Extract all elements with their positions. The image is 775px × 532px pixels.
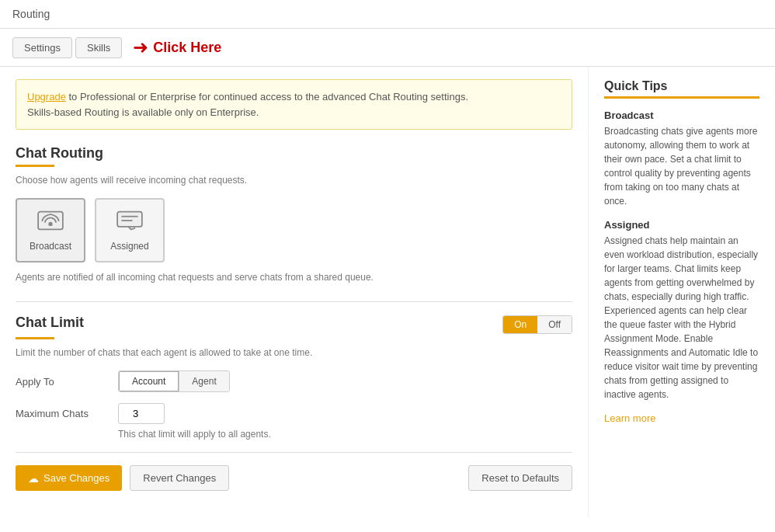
assigned-label: Assigned [110, 241, 148, 252]
page-title: Routing [12, 8, 50, 20]
tip-assigned-heading: Assigned [604, 219, 759, 231]
upgrade-line2: Skills-based Routing is available only o… [27, 106, 259, 118]
right-panel: Quick Tips Broadcast Broadcasting chats … [589, 67, 775, 517]
chat-limit-note: This chat limit will apply to all agents… [118, 429, 572, 440]
tab-bar: Settings Skills ➜ Click Here [0, 29, 775, 67]
arrow-icon: ➜ [133, 37, 148, 58]
routing-description: Agents are notified of all incoming chat… [16, 272, 572, 283]
tab-skills[interactable]: Skills [75, 37, 122, 58]
tip-broadcast-text: Broadcasting chats give agents more auto… [604, 124, 759, 208]
reset-button[interactable]: Reset to Defaults [468, 465, 572, 491]
broadcast-label: Broadcast [30, 241, 71, 252]
apply-to-label: Apply To [16, 376, 109, 388]
toggle-off-button[interactable]: Off [537, 316, 572, 333]
toggle-on-button[interactable]: On [503, 316, 537, 333]
apply-to-group: Account Agent [118, 370, 230, 392]
tip-broadcast-heading: Broadcast [604, 110, 759, 121]
quick-tips-underline [604, 96, 759, 99]
top-bar: Routing [0, 0, 775, 29]
chat-limit-description: Limit the number of chats that each agen… [16, 347, 572, 358]
footer-actions: ☁ Save Changes Revert Changes Reset to D… [16, 452, 572, 491]
routing-broadcast[interactable]: Broadcast [16, 198, 85, 263]
chat-limit-underline [16, 337, 54, 339]
tab-settings[interactable]: Settings [12, 37, 72, 58]
tip-assigned-text: Assigned chats help maintain an even wor… [604, 234, 759, 402]
footer-left: ☁ Save Changes Revert Changes [16, 465, 229, 491]
apply-to-row: Apply To Account Agent [16, 370, 572, 392]
routing-assigned[interactable]: Assigned [95, 198, 165, 263]
learn-more-link[interactable]: Learn more [604, 412, 655, 424]
save-button[interactable]: ☁ Save Changes [16, 465, 122, 491]
chat-routing-title: Chat Routing [16, 145, 572, 162]
apply-agent-button[interactable]: Agent [179, 371, 228, 391]
chat-routing-underline [16, 165, 54, 167]
quick-tips-title: Quick Tips [604, 79, 759, 93]
save-cloud-icon: ☁ [28, 472, 39, 485]
svg-rect-2 [117, 212, 142, 227]
chat-limit-toggle: On Off [502, 315, 572, 334]
click-here-container: ➜ Click Here [133, 37, 221, 58]
max-chats-input[interactable] [118, 403, 165, 424]
svg-point-1 [48, 222, 52, 226]
main-layout: Upgrade to Professional or Enterprise fo… [0, 67, 775, 517]
upgrade-text: to Professional or Enterprise for contin… [66, 91, 468, 103]
max-chats-row: Maximum Chats [16, 403, 572, 424]
save-label: Save Changes [43, 472, 109, 484]
routing-options: Broadcast Assigned [16, 198, 572, 263]
chat-routing-subtitle: Choose how agents will receive incoming … [16, 175, 572, 186]
click-here-label: Click Here [153, 40, 221, 56]
section-divider [16, 301, 572, 302]
upgrade-banner: Upgrade to Professional or Enterprise fo… [16, 79, 572, 130]
revert-button[interactable]: Revert Changes [130, 465, 229, 491]
chat-limit-title: Chat Limit [16, 315, 84, 331]
apply-account-button[interactable]: Account [119, 371, 179, 391]
assigned-icon [116, 209, 144, 238]
broadcast-icon [36, 209, 64, 238]
chat-limit-header: Chat Limit On Off [16, 315, 572, 334]
upgrade-link[interactable]: Upgrade [27, 91, 66, 103]
max-chats-label: Maximum Chats [16, 408, 109, 419]
left-panel: Upgrade to Professional or Enterprise fo… [0, 67, 589, 517]
